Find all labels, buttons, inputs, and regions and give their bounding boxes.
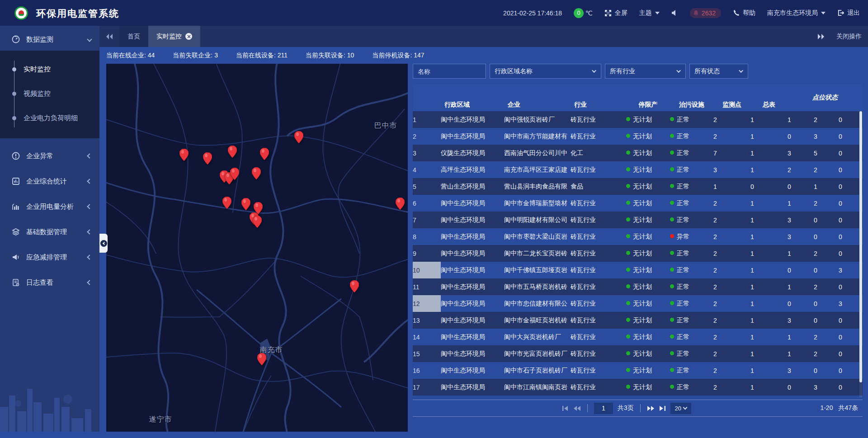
map-pin[interactable] [222, 197, 231, 209]
table-row[interactable]: 12阆中生态环境局阆中市忠信建材有限公砖瓦行业无计划正常21003 [413, 295, 863, 312]
cell-region: 阆中生态环境局 [441, 212, 504, 228]
status-dot-icon [626, 234, 630, 238]
table-row[interactable]: 7阆中生态环境局阆中明阳建材有限公司砖瓦行业无计划正常21300 [413, 212, 863, 228]
map-pin[interactable] [260, 148, 269, 160]
map-pin[interactable] [294, 131, 303, 143]
map-pin[interactable] [203, 152, 212, 165]
industry-select[interactable]: 所有行业 [605, 64, 686, 79]
sidebar-collapse-handle[interactable] [99, 234, 108, 253]
cell-limit-status: 无计划 [626, 245, 670, 262]
sidebar: 数据监测 实时监控 视频监控 企业电力负荷明细 企业异常 [0, 26, 99, 432]
cell-region: 营山生态环境局 [441, 178, 504, 195]
cell-running: 0 [788, 379, 814, 396]
sidebar-item-realtime-monitor[interactable]: 实时监控 [0, 57, 99, 81]
table-row[interactable]: 18南部生态环境局南部县新华水泥有限公建材化工无计划正常60060 [413, 396, 863, 400]
cell-treatment-status: 正常 [670, 362, 713, 379]
sidebar-item-log-view[interactable]: 日志查看 [0, 275, 99, 290]
cell-stopped: 5 [814, 145, 839, 161]
theme-dropdown[interactable]: 主题 [639, 9, 660, 17]
map-pin[interactable] [257, 353, 266, 365]
cell-stopped: 2 [814, 245, 839, 262]
table-row[interactable]: 13阆中生态环境局阆中市金福旺页岩机砖砖瓦行业无计划正常21300 [413, 312, 863, 329]
tab-home[interactable]: 首页 [119, 26, 148, 47]
table-row[interactable]: 5营山生态环境局营山县润丰肉食品有限食品无计划正常10010 [413, 178, 863, 195]
cell-limit-status: 无计划 [626, 278, 670, 295]
region-select[interactable]: 行政区域名称 [490, 64, 601, 79]
mute-button[interactable] [671, 9, 678, 16]
org-dropdown[interactable]: 南充市生态环境局 [767, 9, 826, 17]
table-row[interactable]: 16阆中生态环境局阆中市石子页岩机砖厂砖瓦行业无计划正常21300 [413, 362, 863, 379]
cell-running: 1 [788, 329, 814, 345]
table-row[interactable]: 3仪陇生态环境局西南油气田分公司川中化工无计划正常71350 [413, 145, 863, 161]
bullet-dot-icon [12, 92, 16, 96]
cell-running: 3 [788, 362, 814, 379]
close-icon[interactable] [185, 33, 192, 40]
map-pin[interactable] [253, 216, 262, 228]
table-row[interactable]: 4高坪生态环境局南充市高坪区王家店建砖瓦行业无计划正常31220 [413, 161, 863, 178]
map-pin[interactable] [230, 168, 239, 180]
cell-running: 1 [788, 111, 814, 128]
cell-row-number: 4 [413, 161, 441, 178]
table-row[interactable]: 14阆中生态环境局阆中大兴页岩机砖厂砖瓦行业无计划正常21120 [413, 329, 863, 345]
table-row[interactable]: 8阆中生态环境局阆中市枣碧大梁山页岩砖瓦行业无计划异常21300 [413, 228, 863, 245]
map-pin[interactable] [252, 167, 261, 179]
sidebar-item-base-data[interactable]: 基础数据管理 [0, 224, 99, 240]
table-scrollbar[interactable] [859, 111, 862, 397]
stat-item: 当前在线企业: 44 [106, 52, 155, 60]
phone-icon [733, 9, 740, 16]
status-select[interactable]: 所有状态 [689, 64, 748, 79]
map-pin[interactable] [350, 280, 359, 292]
cell-monitor-points: 2 [713, 212, 750, 228]
page-number-input[interactable] [594, 403, 613, 414]
table-row[interactable]: 17阆中生态环境局阆中市江南镇阆南页岩砖瓦行业无计划正常21030 [413, 379, 863, 396]
tabs-scroll-right-button[interactable] [817, 33, 825, 40]
sidebar-item-company-stats[interactable]: 企业综合统计 [0, 174, 99, 189]
help-button[interactable]: 帮助 [733, 9, 755, 17]
next-page-button[interactable] [647, 405, 655, 411]
chevron-left-icon [87, 204, 92, 209]
cell-limit-status: 无计划 [626, 345, 670, 362]
logout-button[interactable]: 退出 [837, 9, 860, 17]
map-panel[interactable]: 巴中市南充市遂宁市 [106, 64, 408, 432]
notification-badge[interactable]: 2632 [690, 8, 721, 18]
close-operations-button[interactable]: 关闭操作 [836, 33, 862, 41]
chevron-down-icon [683, 405, 688, 410]
status-dot-icon [626, 134, 630, 138]
name-search-input[interactable] [413, 64, 486, 79]
status-dot-icon [670, 334, 674, 339]
table-row[interactable]: 9阆中生态环境局阆中市二龙长宝页岩砖砖瓦行业无计划正常21120 [413, 245, 863, 262]
sidebar-item-company-abnormal[interactable]: 企业异常 [0, 148, 99, 164]
map-pin[interactable] [228, 146, 237, 158]
tab-realtime-monitor[interactable]: 实时监控 [148, 26, 200, 47]
table-row[interactable]: 2阆中生态环境局阆中市南方节能建材有砖瓦行业无计划正常21030 [413, 128, 863, 145]
cell-stopped: 2 [814, 329, 839, 345]
sidebar-item-label: 企业用电量分析 [26, 203, 88, 211]
sidebar-item-video-monitor[interactable]: 视频监控 [0, 81, 99, 106]
table-row[interactable]: 15阆中生态环境局阆中市光富页岩机砖厂砖瓦行业无计划正常21120 [413, 345, 863, 362]
sidebar-item-power-load-detail[interactable]: 企业电力负荷明细 [0, 106, 99, 130]
table-row[interactable]: 10阆中生态环境局阆中千佛镇五郎垭页岩砖瓦行业无计划正常21003 [413, 262, 863, 278]
map-pin[interactable] [179, 149, 189, 161]
cell-total-meter: 1 [750, 161, 788, 178]
map-pin[interactable] [396, 198, 405, 210]
table-row[interactable]: 1阆中生态环境局阆中强锐页岩砖厂砖瓦行业无计划正常21120 [413, 111, 863, 128]
tabs-scroll-left-button[interactable] [99, 26, 119, 47]
scrollbar-thumb[interactable] [859, 111, 862, 382]
cell-running: 1 [788, 278, 814, 295]
table-row[interactable]: 11阆中生态环境局阆中市五马桥页岩机砖砖瓦行业无计划正常21120 [413, 278, 863, 295]
cell-running: 0 [788, 178, 814, 195]
cell-treatment-status: 正常 [670, 278, 713, 295]
map-pin[interactable] [241, 198, 250, 210]
page-size-select[interactable]: 20 [670, 403, 691, 414]
stat-item: 当前在线设备: 211 [236, 52, 288, 60]
cell-company: 阆中千佛镇五郎垭页岩 [504, 262, 571, 278]
cell-monitor-points: 3 [713, 161, 750, 178]
sidebar-item-power-analysis[interactable]: 企业用电量分析 [0, 199, 99, 214]
table-row[interactable]: 6阆中生态环境局阆中市金博瑞新型墙材砖瓦行业无计划正常21120 [413, 195, 863, 212]
prev-page-button[interactable] [573, 405, 581, 411]
sidebar-item-emergency-reduction[interactable]: 应急减排管理 [0, 250, 99, 265]
first-page-button[interactable] [562, 405, 569, 411]
last-page-button[interactable] [659, 405, 666, 411]
fullscreen-button[interactable]: 全屏 [604, 9, 627, 17]
sidebar-item-data-monitor[interactable]: 数据监测 [0, 32, 99, 47]
